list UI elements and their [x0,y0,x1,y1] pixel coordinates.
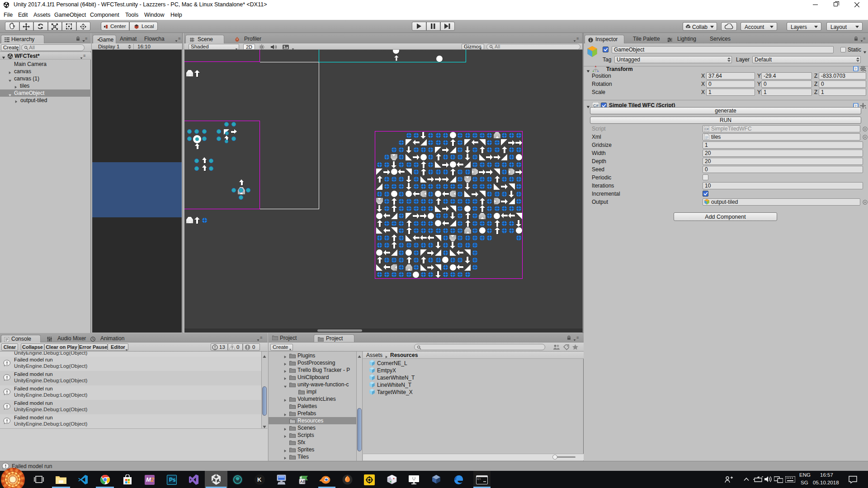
svg-text:C#: C# [705,127,709,131]
svg-text:λ: λ [389,476,391,479]
svg-text:C:\: C:\ [477,478,481,480]
svg-text:?: ? [855,67,857,70]
svg-text:AB: AB [300,479,306,484]
